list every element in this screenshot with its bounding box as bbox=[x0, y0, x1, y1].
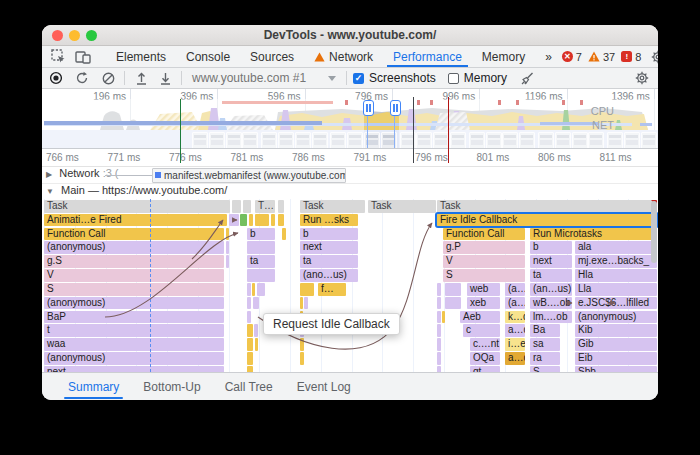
flame-bar-c[interactable]: c bbox=[463, 324, 500, 337]
flame-bar-a[interactable]: (a…) bbox=[505, 297, 525, 310]
flame-bar[interactable] bbox=[257, 283, 265, 296]
selection-left-handle[interactable] bbox=[363, 100, 374, 116]
flame-bar-ta[interactable]: ta bbox=[300, 255, 358, 268]
flame-bar-s[interactable]: S bbox=[443, 269, 525, 282]
clear-recording-icon[interactable] bbox=[98, 69, 118, 87]
tab-performance[interactable]: Performance bbox=[383, 46, 472, 67]
tab-network[interactable]: Network bbox=[304, 46, 383, 67]
flame-bar[interactable] bbox=[255, 338, 258, 351]
flame-bar[interactable] bbox=[282, 228, 286, 241]
disclosure-expanded-icon[interactable]: ▼ bbox=[46, 187, 54, 196]
flame-bar[interactable] bbox=[437, 324, 441, 337]
main-thread-flame-chart[interactable]: TaskT…TaskTaskTaskAnimati…e FiredRun …sk… bbox=[42, 199, 658, 372]
flame-bar-mj-exe-backs[interactable]: mj.exe…backs_ bbox=[575, 255, 657, 268]
flame-bar[interactable] bbox=[437, 297, 441, 310]
network-request-bar[interactable]: manifest.webmanifest (www.youtube.com) bbox=[152, 168, 346, 183]
flame-bar[interactable] bbox=[437, 338, 441, 351]
flame-bar[interactable] bbox=[442, 311, 445, 324]
flame-bar-a[interactable]: (a…) bbox=[505, 283, 525, 296]
flame-bar-oqa[interactable]: OQa bbox=[470, 352, 500, 365]
flame-bar-ala[interactable]: ala bbox=[575, 241, 657, 254]
flame-bar[interactable] bbox=[300, 297, 303, 310]
flame-bar[interactable] bbox=[247, 269, 275, 282]
flame-bar[interactable] bbox=[229, 214, 239, 227]
flame-bar-task[interactable]: Task bbox=[300, 200, 365, 213]
flame-bar-anonymous[interactable]: (anonymous) bbox=[44, 297, 224, 310]
tab-console[interactable]: Console bbox=[176, 46, 240, 67]
flame-bar[interactable] bbox=[247, 241, 275, 254]
memory-checkbox[interactable]: Memory bbox=[448, 71, 507, 85]
flame-bar[interactable] bbox=[437, 311, 441, 324]
flame-bar[interactable] bbox=[226, 255, 229, 268]
flame-bar-next[interactable]: next bbox=[530, 255, 572, 268]
flame-bar[interactable] bbox=[271, 214, 275, 227]
flame-bar-anonymous[interactable]: (anonymous) bbox=[44, 241, 224, 254]
flame-bar-sa[interactable]: sa bbox=[530, 338, 560, 351]
flame-bar-b[interactable]: b bbox=[247, 228, 275, 241]
flame-bar-animati-e-fired[interactable]: Animati…e Fired bbox=[44, 214, 227, 227]
flame-bar-eib[interactable]: Eib bbox=[575, 352, 657, 365]
flame-bar[interactable] bbox=[253, 297, 259, 310]
record-button[interactable] bbox=[46, 69, 66, 87]
flame-bar[interactable] bbox=[445, 297, 461, 310]
load-profile-icon[interactable] bbox=[131, 69, 151, 87]
capture-settings-gear-icon[interactable] bbox=[632, 69, 652, 87]
bottom-tab-call-tree[interactable]: Call Tree bbox=[213, 374, 285, 399]
flame-bar-ano-us[interactable]: (ano…us) bbox=[300, 269, 358, 282]
flame-bar-kib[interactable]: Kib bbox=[575, 324, 657, 337]
bottom-tab-event-log[interactable]: Event Log bbox=[285, 374, 363, 399]
flame-bar-ta[interactable]: ta bbox=[247, 255, 275, 268]
flame-bar-function-call[interactable]: Function Call bbox=[443, 228, 525, 241]
reload-and-record-button[interactable] bbox=[72, 69, 92, 87]
error-count-badge[interactable]: ✕ 7 bbox=[562, 51, 582, 63]
flame-bar[interactable] bbox=[247, 324, 253, 337]
flame-bar[interactable] bbox=[437, 352, 441, 365]
flame-bar[interactable] bbox=[437, 283, 441, 296]
flame-bar-t[interactable]: t bbox=[44, 324, 224, 337]
flame-bar[interactable] bbox=[247, 297, 251, 310]
flame-bar-i-e[interactable]: i…e bbox=[505, 338, 525, 351]
flame-bar-web[interactable]: web bbox=[467, 283, 500, 296]
flame-bar-run-microtasks[interactable]: Run Microtasks bbox=[530, 228, 657, 241]
selection-right-handle[interactable] bbox=[390, 100, 401, 116]
flame-bar[interactable] bbox=[240, 214, 247, 227]
flame-bar-ra[interactable]: ra bbox=[530, 352, 560, 365]
screenshots-checkbox[interactable]: ✓ Screenshots bbox=[353, 71, 436, 85]
flame-bar[interactable] bbox=[278, 200, 284, 213]
flame-bar-task[interactable]: Task bbox=[437, 200, 657, 213]
tab-elements[interactable]: Elements bbox=[106, 46, 176, 67]
flame-bar[interactable] bbox=[247, 338, 253, 351]
flame-bar-fire-idle-callback[interactable]: Fire Idle Callback bbox=[437, 214, 657, 227]
save-profile-icon[interactable] bbox=[155, 69, 175, 87]
flame-bar[interactable] bbox=[226, 228, 229, 241]
flame-bar-task[interactable]: Task bbox=[44, 200, 230, 213]
flame-bar[interactable] bbox=[247, 311, 251, 324]
flame-bar[interactable] bbox=[304, 297, 308, 310]
flame-bar-aeb[interactable]: Aeb bbox=[460, 311, 500, 324]
flame-bar-anonymous[interactable]: (anonymous) bbox=[44, 352, 224, 365]
flame-bar-waa[interactable]: waa bbox=[44, 338, 224, 351]
flame-bar[interactable] bbox=[255, 214, 269, 227]
flame-bar-g-p[interactable]: g.P bbox=[443, 241, 525, 254]
flame-bar-v[interactable]: V bbox=[443, 255, 525, 268]
flame-bar[interactable] bbox=[232, 200, 241, 213]
flame-bar-v[interactable]: V bbox=[44, 269, 224, 282]
flame-bar-bap[interactable]: BaP bbox=[44, 311, 224, 324]
tab-sources[interactable]: Sources bbox=[240, 46, 304, 67]
network-track[interactable]: ▶ Network :3 ( manifest.webmanifest (www… bbox=[42, 167, 658, 184]
flame-bar-s[interactable]: S bbox=[44, 283, 224, 296]
tab-memory[interactable]: Memory bbox=[472, 46, 535, 67]
main-thread-track-header[interactable]: ▼ Main — https://www.youtube.com/ bbox=[42, 184, 658, 199]
flame-bar-run-sks[interactable]: Run …sks bbox=[300, 214, 358, 227]
collect-garbage-icon[interactable] bbox=[517, 69, 537, 87]
flame-bar-anonymous[interactable]: (anonymous) bbox=[575, 311, 657, 324]
flame-bar[interactable] bbox=[300, 283, 314, 296]
inspect-element-icon[interactable] bbox=[49, 49, 67, 65]
flame-bar[interactable] bbox=[254, 324, 258, 337]
flame-bar[interactable] bbox=[278, 214, 284, 227]
flame-bar-e-jsc-6-lfilled[interactable]: e.JSC$6…lfilled bbox=[575, 297, 657, 310]
flame-bar-k-d[interactable]: k…d bbox=[505, 311, 525, 324]
settings-gear-icon[interactable] bbox=[649, 49, 658, 65]
flame-bar[interactable] bbox=[247, 283, 251, 296]
flame-bar[interactable] bbox=[300, 352, 304, 365]
